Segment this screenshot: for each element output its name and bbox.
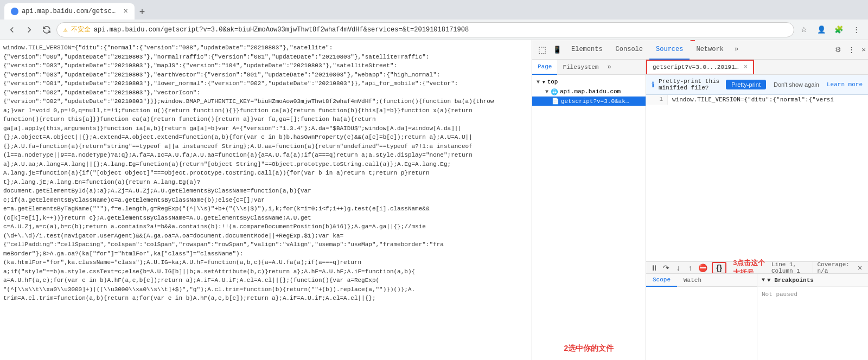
scope-tab[interactable]: Scope bbox=[646, 274, 677, 287]
tree-item-file[interactable]: 📄 getscript?v=3.0&ak=biuHz bbox=[532, 97, 646, 106]
pretty-print-button[interactable]: Pretty-print bbox=[726, 80, 766, 89]
tree-arrow-top bbox=[534, 78, 542, 86]
devtools-panel: ⬚ 📱 Elements Console Sources 1 Network bbox=[532, 40, 868, 360]
domain-icon: 🌐 bbox=[551, 88, 558, 95]
file-tab-label: getscript?v=3.0...20191018171908 bbox=[653, 64, 739, 70]
devtools-body: Page Filesystem » ▾ bbox=[532, 60, 868, 360]
line-column-status: Line 1, Column 1 bbox=[771, 261, 808, 274]
main-area: window.TILE_VERSION={"ditu":{"normal":{"… bbox=[0, 40, 868, 360]
pretty-print-message: Pretty-print this minified file? bbox=[659, 78, 722, 91]
sidebar-tab-page[interactable]: Page bbox=[532, 60, 557, 75]
new-tab-button[interactable]: + bbox=[135, 4, 150, 20]
devtools-tab-console[interactable]: Console bbox=[609, 40, 649, 60]
back-button[interactable] bbox=[4, 22, 20, 37]
source-file-tab-bar: getscript?v=3.0...20191018171908 × bbox=[646, 60, 868, 75]
file-icon: 📄 bbox=[552, 98, 559, 105]
address-bar[interactable]: ⚠ 不安全 api.map.baidu.com/getscript?v=3.0&… bbox=[56, 22, 794, 37]
file-tab-close-button[interactable]: × bbox=[744, 63, 748, 71]
close-status-button[interactable]: × bbox=[856, 262, 864, 274]
info-icon: ℹ bbox=[652, 80, 654, 89]
devtools-more-button[interactable]: ⋮ bbox=[846, 43, 857, 56]
sidebar-tab-filesystem[interactable]: Filesystem bbox=[557, 60, 604, 75]
devtools-actions: ⚙ ⋮ × bbox=[833, 43, 868, 56]
forward-button[interactable] bbox=[22, 22, 37, 37]
sidebar-more-tabs[interactable]: » bbox=[604, 60, 614, 74]
sidebar-tabs: Page Filesystem » bbox=[532, 60, 646, 75]
breakpoints-panel: ▼ ▼ Breakpoints Not paused bbox=[757, 274, 868, 360]
extensions-button[interactable]: 🧩 bbox=[831, 22, 846, 37]
source-code-view: 1 window.TILE_VERSION={"ditu":{"normal":… bbox=[646, 95, 868, 261]
debug-step-out-button[interactable]: ↑ bbox=[686, 262, 694, 274]
annotation-2-text: 2选中你的文件 bbox=[564, 344, 614, 352]
pretty-print-brace-button[interactable]: {} bbox=[712, 262, 726, 274]
refresh-button[interactable] bbox=[39, 22, 54, 37]
devtools-inspect-button[interactable]: ⬚ bbox=[534, 42, 550, 57]
source-content: getscript?v=3.0...20191018171908 × ℹ Pre… bbox=[646, 60, 868, 360]
browser-window: api.map.baidu.com/getscript?v=3.0&ak=biu… bbox=[0, 0, 868, 360]
debugger-body: Scope Watch ▼ bbox=[646, 274, 868, 360]
security-label: 不安全 bbox=[71, 25, 91, 34]
bookmark-button[interactable]: ☆ bbox=[796, 22, 812, 37]
tab-title: api.map.baidu.com/getscript?v=3.0&ak=biu… bbox=[22, 8, 118, 15]
tab-bar: api.map.baidu.com/getscript?v=3.0&ak=biu… bbox=[0, 0, 868, 20]
tree-item-domain[interactable]: 🌐 api.map.baidu.com bbox=[532, 87, 646, 97]
tree-arrow-domain bbox=[543, 88, 551, 95]
devtools-tab-network[interactable]: Network bbox=[690, 40, 730, 60]
devtools-tab-elements[interactable]: Elements bbox=[565, 40, 609, 60]
watch-tab[interactable]: Watch bbox=[677, 274, 708, 287]
devtools-tab-bar: ⬚ 📱 Elements Console Sources 1 Network bbox=[532, 40, 868, 60]
top-icon: ▾ bbox=[542, 79, 546, 86]
profile-button[interactable]: 👤 bbox=[814, 22, 829, 37]
tree-item-top[interactable]: ▾ top bbox=[532, 77, 646, 87]
not-paused-text: Not paused bbox=[757, 287, 868, 302]
menu-button[interactable]: ⋮ bbox=[848, 22, 864, 37]
source-status-bar: ⏸ ↷ ↓ ↑ ⛔ {} 3点击这个大括号 Line 1, Column 1 C… bbox=[646, 261, 868, 273]
annotation-2-container: 2选中你的文件 bbox=[532, 337, 646, 360]
tab-close-button[interactable]: × bbox=[124, 7, 128, 16]
debug-pause-button[interactable]: ⏸ bbox=[650, 262, 658, 274]
breakpoints-header[interactable]: ▼ ▼ Breakpoints bbox=[757, 274, 868, 287]
page-source-view: window.TILE_VERSION={"ditu":{"normal":{"… bbox=[0, 40, 532, 360]
debug-step-over-button[interactable]: ↷ bbox=[662, 262, 670, 274]
breakpoints-arrow: ▼ bbox=[762, 277, 765, 283]
scope-watch-panel: Scope Watch bbox=[646, 274, 757, 360]
line-content-1: window.TILE_VERSION={"ditu":{"normal":{"… bbox=[668, 95, 834, 105]
forward-icon bbox=[24, 25, 34, 35]
devtools-device-button[interactable]: 📱 bbox=[550, 42, 565, 57]
debugger-panel: Scope Watch ▼ bbox=[646, 273, 868, 360]
devtools-tab-sources[interactable]: Sources 1 bbox=[649, 40, 690, 60]
breakpoints-label: ▼ Breakpoints bbox=[767, 277, 814, 284]
page-code-content: window.TILE_VERSION={"ditu":{"normal":{"… bbox=[0, 40, 532, 360]
devtools-settings-button[interactable]: ⚙ bbox=[833, 43, 844, 56]
dont-show-button[interactable]: Don't show again bbox=[770, 80, 822, 89]
devtools-close-button[interactable]: × bbox=[859, 43, 868, 56]
learn-more-link[interactable]: Learn more bbox=[827, 81, 863, 88]
refresh-icon bbox=[42, 25, 52, 35]
coverage-status: Coverage: n/a bbox=[813, 261, 850, 274]
devtools-sidebar: Page Filesystem » ▾ bbox=[532, 60, 646, 360]
nav-bar: ⚠ 不安全 api.map.baidu.com/getscript?v=3.0&… bbox=[0, 20, 868, 40]
line-number-1: 1 bbox=[646, 95, 668, 105]
address-text: api.map.baidu.com/getscript?v=3.0&ak=biu… bbox=[94, 26, 787, 34]
scope-watch-tabs: Scope Watch bbox=[646, 274, 757, 287]
debug-deactivate-button[interactable]: ⛔ bbox=[698, 262, 707, 274]
pretty-print-banner: ℹ Pretty-print this minified file? Prett… bbox=[646, 75, 868, 95]
sidebar-content: ▾ top 🌐 api.map.baidu.com 📄 getscri bbox=[532, 75, 646, 337]
source-file-tab[interactable]: getscript?v=3.0...20191018171908 × bbox=[646, 60, 754, 75]
devtools-more-tabs[interactable]: » bbox=[730, 40, 743, 60]
tab-favicon bbox=[11, 8, 18, 15]
security-icon: ⚠ bbox=[63, 25, 68, 34]
back-icon bbox=[7, 25, 17, 35]
code-line-1: 1 window.TILE_VERSION={"ditu":{"normal":… bbox=[646, 95, 868, 105]
browser-actions: ☆ 👤 🧩 ⋮ bbox=[796, 22, 864, 37]
debug-step-into-button[interactable]: ↓ bbox=[674, 262, 682, 274]
browser-tab[interactable]: api.map.baidu.com/getscript?v=3.0&ak=biu… bbox=[4, 3, 135, 20]
